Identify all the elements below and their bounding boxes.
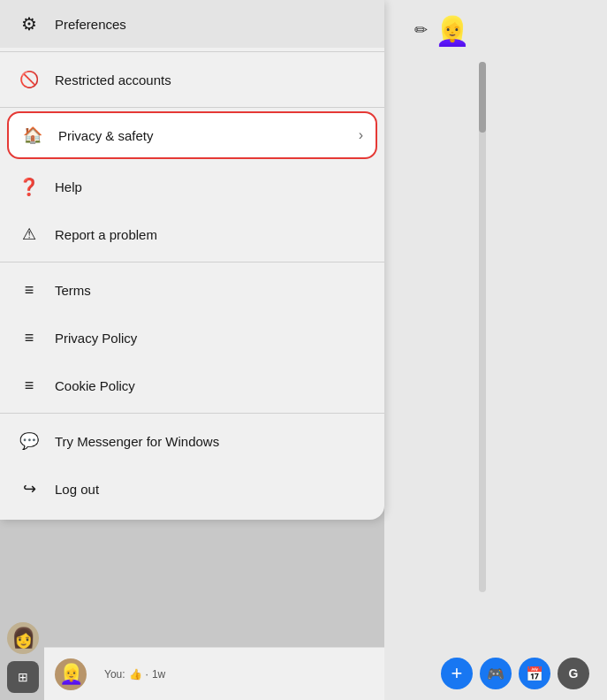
- menu-item-report-problem[interactable]: ⚠ Report a problem: [0, 210, 384, 258]
- menu-item-help[interactable]: ❓ Help: [0, 163, 384, 210]
- gear-icon: ⚙: [18, 12, 41, 35]
- user-avatar-sidebar[interactable]: 👩: [7, 622, 39, 654]
- menu-item-label: Report a problem: [55, 227, 367, 242]
- menu-item-privacy-policy[interactable]: ≡ Privacy Policy: [0, 314, 384, 361]
- grid-icon[interactable]: ⊞: [7, 661, 39, 693]
- messenger-icon: 💬: [18, 430, 41, 453]
- menu-item-label: Terms: [55, 283, 367, 298]
- menu-item-restricted-accounts[interactable]: 🚫 Restricted accounts: [0, 56, 384, 103]
- chevron-right-icon: ›: [359, 127, 363, 143]
- bottom-right-actions: + 🎮 📅 G: [441, 658, 589, 689]
- settings-menu: ⚙ Preferences 🚫 Restricted accounts 🏠 Pr…: [0, 0, 384, 520]
- menu-item-terms[interactable]: ≡ Terms: [0, 266, 384, 314]
- scrollbar[interactable]: [479, 62, 486, 592]
- warning-icon: ⚠: [18, 223, 41, 246]
- menu-item-label: Log out: [55, 482, 367, 497]
- privacy-icon: 🏠: [21, 124, 44, 147]
- menu-item-logout[interactable]: ↪ Log out: [0, 465, 384, 513]
- chat-info: You: 👍 · 1w: [104, 668, 165, 681]
- bottom-chat-bar: 👱‍♀️ You: 👍 · 1w: [44, 647, 384, 700]
- divider-1: [0, 51, 384, 52]
- terms-icon: ≡: [18, 278, 41, 301]
- menu-item-label: Try Messenger for Windows: [55, 434, 367, 449]
- you-label: You:: [104, 668, 125, 681]
- divider-3: [0, 262, 384, 262]
- menu-item-cookie-policy[interactable]: ≡ Cookie Policy: [0, 361, 384, 409]
- menu-item-label: Restricted accounts: [55, 72, 367, 88]
- menu-item-label: Privacy Policy: [55, 331, 367, 346]
- divider-4: [0, 413, 384, 414]
- new-button[interactable]: +: [441, 658, 473, 689]
- divider-2: [0, 107, 384, 108]
- menu-item-privacy-safety[interactable]: 🏠 Privacy & safety ›: [7, 111, 377, 159]
- menu-item-label: Help: [55, 179, 367, 194]
- restricted-icon: 🚫: [18, 68, 41, 91]
- cookie-policy-icon: ≡: [18, 374, 41, 397]
- logout-icon: ↪: [18, 477, 41, 500]
- chat-avatar: 👱‍♀️: [55, 658, 87, 690]
- chat-background: [384, 0, 607, 700]
- time-label: 1w: [152, 668, 165, 681]
- menu-item-label: Privacy & safety: [58, 128, 345, 143]
- menu-item-try-messenger[interactable]: 💬 Try Messenger for Windows: [0, 417, 384, 465]
- menu-item-label: Cookie Policy: [55, 378, 367, 393]
- left-sidebar: 👩 ⊞: [7, 622, 39, 693]
- games-button[interactable]: 🎮: [480, 658, 512, 689]
- events-button[interactable]: 📅: [519, 658, 550, 689]
- last-message: You: 👍 · 1w: [104, 668, 165, 681]
- scrollbar-thumb[interactable]: [479, 62, 486, 133]
- more-button[interactable]: G: [558, 658, 589, 689]
- thumb-icon: 👍: [129, 668, 142, 681]
- avatar: 👱‍♀️: [430, 9, 474, 53]
- help-icon: ❓: [18, 175, 41, 198]
- menu-item-label: Preferences: [55, 17, 367, 32]
- dot-separator: ·: [146, 668, 148, 681]
- menu-item-preferences[interactable]: ⚙ Preferences: [0, 0, 384, 48]
- privacy-policy-icon: ≡: [18, 326, 41, 349]
